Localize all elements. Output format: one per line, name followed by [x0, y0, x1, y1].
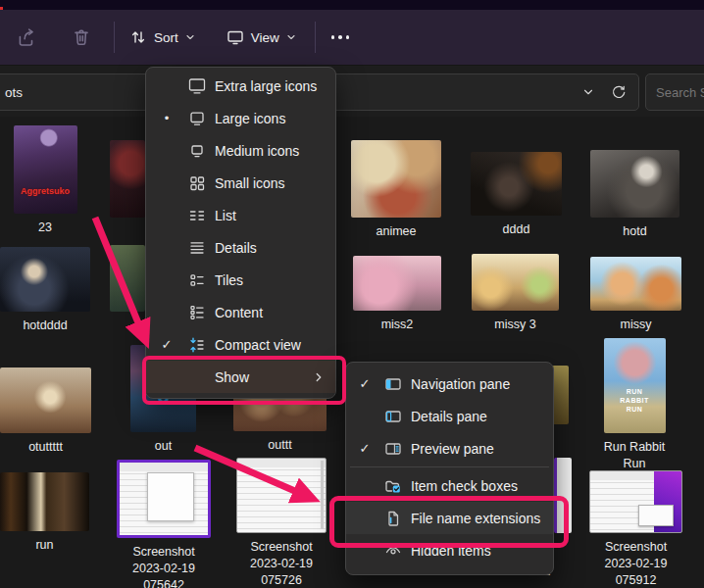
share-button[interactable]	[8, 21, 45, 54]
file-item[interactable]: missy 3	[472, 254, 559, 333]
file-thumbnail	[0, 472, 89, 531]
file-name-label: missy 3	[494, 317, 535, 333]
file-item[interactable]: animee	[351, 140, 441, 240]
file-thumbnail	[589, 470, 682, 533]
file-thumbnail	[590, 257, 681, 311]
view-button[interactable]: View	[218, 22, 305, 53]
menu-item-compact-view[interactable]: ✓ Compact view	[146, 328, 335, 361]
menu-item-medium-icons[interactable]: Medium icons	[146, 134, 335, 167]
content-icon	[179, 303, 215, 322]
file-explorer-window: Sort View ots	[0, 0, 704, 588]
menu-item-show[interactable]: Show	[146, 361, 335, 393]
chevron-down-icon	[285, 31, 297, 43]
menu-item-small-icons[interactable]: Small icons	[146, 167, 335, 199]
file-name-label: Run Rabbit Run	[603, 439, 666, 472]
submenu-item-navigation-pane[interactable]: ✓ Navigation pane	[346, 368, 553, 400]
menu-item-list[interactable]: List	[146, 199, 335, 231]
file-item-partial[interactable]	[552, 366, 569, 424]
submenu-item-file-name-extensions[interactable]: File name extensions	[346, 502, 553, 534]
file-item[interactable]: Screenshot 2023-02-19 075912	[590, 470, 681, 588]
file-item-partial[interactable]	[110, 140, 145, 218]
address-row: ots	[0, 65, 704, 117]
file-item[interactable]: RUN RABBIT RUN Run Rabbit Run	[603, 338, 666, 472]
menu-item-extra-large-icons[interactable]: Extra large icons	[146, 70, 335, 102]
file-item[interactable]: hotdddd	[0, 247, 90, 334]
menu-item-tiles[interactable]: Tiles	[146, 264, 335, 296]
file-item[interactable]: run	[0, 472, 89, 554]
file-item[interactable]: hotd	[590, 150, 679, 240]
menu-item-details[interactable]: Details	[146, 231, 335, 264]
ellipsis-icon	[331, 35, 335, 39]
search-box[interactable]	[645, 74, 704, 111]
poster-text: Aggretsuko	[14, 186, 77, 196]
sort-icon	[128, 27, 148, 47]
file-name-label: outtt	[268, 437, 291, 454]
file-thumbnail	[471, 152, 562, 216]
file-item[interactable]: missy	[590, 257, 681, 333]
search-input[interactable]	[646, 85, 704, 100]
sort-button[interactable]: Sort	[121, 22, 204, 53]
item-check-boxes-icon	[376, 476, 411, 496]
file-item[interactable]: Aggretsuko 23	[13, 125, 77, 236]
command-toolbar: Sort View	[0, 10, 704, 65]
file-thumbnail	[351, 140, 441, 218]
chevron-down-icon	[184, 31, 196, 43]
file-thumbnail	[0, 368, 91, 433]
menu-item-large-icons[interactable]: • Large icons	[146, 102, 335, 134]
monitor-icon	[226, 27, 245, 47]
hidden-items-eye-icon	[376, 541, 411, 561]
trash-icon	[71, 26, 92, 48]
monitor-m-icon	[179, 141, 215, 161]
show-submenu: ✓ Navigation pane Details pane ✓	[345, 362, 554, 575]
details-pane-icon	[376, 407, 411, 426]
breadcrumb: ots	[5, 85, 23, 100]
file-thumbnail	[353, 256, 441, 311]
menu-separator	[350, 466, 549, 467]
check-icon: ✓	[154, 337, 179, 352]
submenu-item-details-pane[interactable]: Details pane	[346, 400, 553, 432]
monitor-l-icon	[179, 109, 215, 128]
refresh-icon[interactable]	[611, 84, 627, 100]
toolbar-separator	[114, 22, 115, 53]
file-item-partial[interactable]	[110, 245, 145, 312]
submenu-item-item-check-boxes[interactable]: Item check boxes	[346, 469, 553, 502]
more-options-button[interactable]	[322, 35, 360, 39]
file-item[interactable]: miss2	[353, 256, 441, 333]
file-thumbnail	[0, 247, 90, 312]
navigation-pane-icon	[376, 374, 411, 394]
list-icon	[179, 206, 215, 225]
file-name-label: Screenshot 2023-02-19 075642	[120, 544, 208, 588]
tiles-icon	[179, 270, 215, 290]
file-name-label: Screenshot 2023-02-19 075726	[237, 539, 326, 588]
file-item[interactable]: Screenshot 2023-02-19 075726	[237, 458, 326, 588]
chevron-right-icon	[312, 370, 326, 384]
file-name-label: hotd	[623, 223, 646, 240]
file-name-label: run	[35, 537, 53, 554]
preview-pane-icon	[376, 439, 411, 459]
submenu-item-preview-pane[interactable]: ✓ Preview pane	[346, 432, 553, 465]
file-name-label: out	[155, 438, 172, 455]
sort-button-label: Sort	[154, 30, 178, 45]
share-icon	[16, 26, 37, 48]
file-name-label: hotdddd	[23, 318, 67, 334]
delete-button[interactable]	[63, 21, 100, 54]
file-name-label: otuttttt	[28, 439, 63, 456]
details-icon	[179, 238, 215, 258]
menu-item-content[interactable]: Content	[146, 296, 335, 328]
check-icon: ✓	[354, 441, 376, 456]
file-thumbnail: Aggretsuko	[14, 125, 77, 214]
file-thumbnail	[117, 460, 211, 538]
poster-text: RUN RABBIT RUN	[604, 387, 666, 414]
address-chevron-down-icon[interactable]	[581, 85, 595, 99]
submenu-item-hidden-items[interactable]: Hidden items	[346, 534, 553, 566]
file-item-partial[interactable]	[554, 458, 572, 533]
monitor-xl-icon	[179, 76, 215, 96]
file-thumbnail	[236, 458, 327, 533]
file-name-label: dddd	[503, 221, 530, 238]
file-name-label: animee	[377, 223, 417, 240]
file-item[interactable]: dddd	[471, 152, 562, 238]
toolbar-separator	[315, 22, 316, 53]
file-item[interactable]: otuttttt	[0, 368, 91, 456]
file-name-extensions-icon	[376, 509, 411, 528]
file-item[interactable]: Screenshot 2023-02-19 075642	[120, 460, 208, 588]
